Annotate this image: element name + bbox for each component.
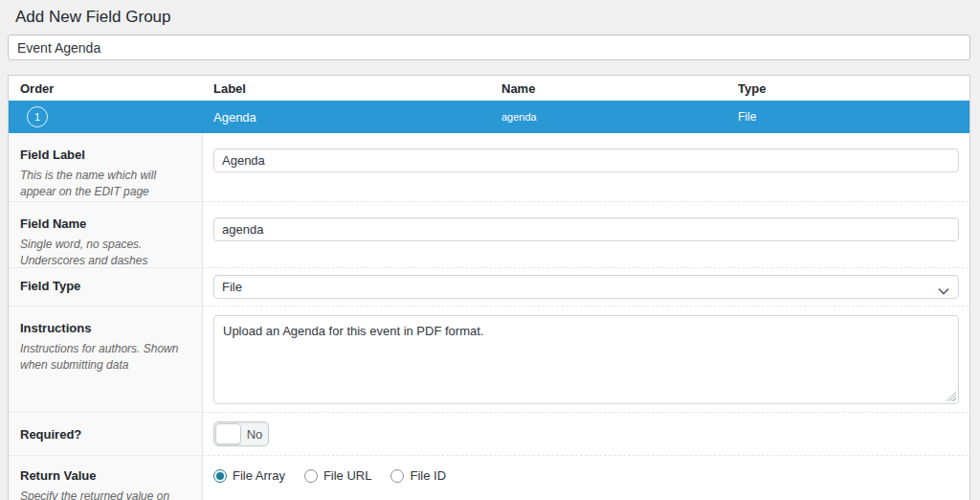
return-value-description: Specify the returned value on front end — [20, 489, 189, 500]
required-toggle[interactable]: No — [213, 421, 269, 446]
radio-icon — [390, 469, 404, 483]
fields-table: Order Label Name Type 1 Agenda agenda Fi… — [8, 75, 970, 500]
field-type-selected-value: File — [222, 280, 242, 294]
setting-row-required: Required? No — [9, 412, 969, 455]
page-title: Add New Field Group — [0, 0, 980, 28]
field-type-select[interactable]: File — [213, 275, 959, 299]
field-name-label: Field Name — [20, 216, 189, 231]
row-name-value: agenda — [501, 111, 738, 123]
field-name-input[interactable] — [213, 217, 959, 241]
field-type-label: Field Type — [20, 279, 189, 293]
return-value-label: Return Value — [20, 468, 189, 483]
column-header-name: Name — [501, 81, 738, 96]
setting-row-field-type: Field Type File — [9, 267, 969, 306]
return-value-radio-group: File Array File URL File ID — [213, 468, 959, 483]
field-label-input[interactable] — [213, 148, 959, 172]
radio-file-array[interactable]: File Array — [213, 468, 285, 483]
radio-file-id[interactable]: File ID — [390, 468, 446, 483]
radio-icon — [213, 469, 227, 483]
toggle-state-label: No — [241, 427, 268, 442]
setting-row-instructions: Instructions Instructions for authors. S… — [9, 306, 969, 412]
row-label-value: Agenda — [213, 110, 501, 125]
setting-row-field-name: Field Name Single word, no spaces. Under… — [9, 201, 969, 267]
order-number-badge[interactable]: 1 — [27, 106, 48, 127]
field-label-label: Field Label — [20, 148, 189, 162]
fields-table-header: Order Label Name Type — [9, 76, 969, 101]
required-label: Required? — [20, 427, 189, 442]
table-row[interactable]: 1 Agenda agenda File — [9, 101, 969, 133]
row-type-value: File — [738, 110, 969, 124]
instructions-label: Instructions — [20, 321, 189, 335]
column-header-order: Order — [20, 81, 213, 96]
instructions-description: Instructions for authors. Shown when sub… — [20, 341, 189, 375]
radio-icon — [304, 469, 318, 483]
textarea-resize-grip[interactable] — [947, 392, 956, 401]
instructions-textarea[interactable]: Upload an Agenda for this event in PDF f… — [214, 316, 958, 403]
radio-file-url[interactable]: File URL — [304, 468, 372, 483]
setting-row-field-label: Field Label This is the name which will … — [9, 133, 969, 201]
toggle-knob — [215, 423, 241, 444]
column-header-type: Type — [738, 81, 969, 96]
column-header-label: Label — [213, 81, 501, 96]
field-group-title-wrap — [8, 34, 970, 60]
field-label-description: This is the name which will appear on th… — [20, 168, 189, 201]
chevron-down-icon — [938, 284, 949, 298]
field-group-title-input[interactable] — [8, 34, 970, 60]
setting-row-return-value: Return Value Specify the returned value … — [9, 455, 969, 500]
